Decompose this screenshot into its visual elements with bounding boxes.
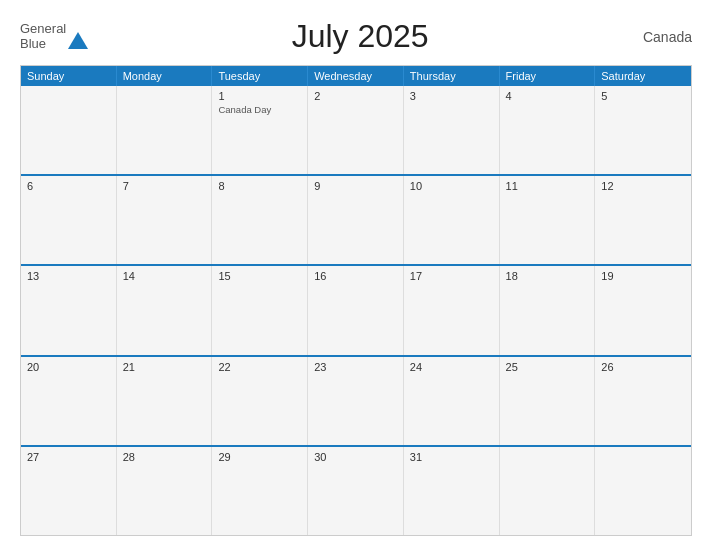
day-cell [117, 86, 213, 174]
day-number: 24 [410, 361, 493, 373]
week-row-3: 13141516171819 [21, 264, 691, 354]
week-row-5: 2728293031 [21, 445, 691, 535]
day-number: 25 [506, 361, 589, 373]
day-cell: 16 [308, 266, 404, 354]
day-number: 21 [123, 361, 206, 373]
day-cell: 26 [595, 357, 691, 445]
day-number: 15 [218, 270, 301, 282]
day-headers: SundayMondayTuesdayWednesdayThursdayFrid… [21, 66, 691, 86]
day-header-friday: Friday [500, 66, 596, 86]
day-cell: 31 [404, 447, 500, 535]
day-cell: 11 [500, 176, 596, 264]
day-number: 9 [314, 180, 397, 192]
logo: General Blue [20, 22, 88, 51]
day-cell [595, 447, 691, 535]
day-cell: 12 [595, 176, 691, 264]
day-cell: 5 [595, 86, 691, 174]
logo-general: General [20, 22, 66, 36]
day-cell: 30 [308, 447, 404, 535]
day-number: 28 [123, 451, 206, 463]
day-header-thursday: Thursday [404, 66, 500, 86]
day-cell: 1Canada Day [212, 86, 308, 174]
day-header-wednesday: Wednesday [308, 66, 404, 86]
day-number: 13 [27, 270, 110, 282]
day-number: 1 [218, 90, 301, 102]
day-cell: 15 [212, 266, 308, 354]
day-cell: 23 [308, 357, 404, 445]
day-cell: 22 [212, 357, 308, 445]
day-header-tuesday: Tuesday [212, 66, 308, 86]
day-header-saturday: Saturday [595, 66, 691, 86]
day-number: 29 [218, 451, 301, 463]
day-cell: 14 [117, 266, 213, 354]
week-row-4: 20212223242526 [21, 355, 691, 445]
day-cell [21, 86, 117, 174]
logo-words: General Blue [20, 22, 66, 51]
page: General Blue July 2025 Canada SundayMond… [0, 0, 712, 550]
day-cell: 4 [500, 86, 596, 174]
day-cell: 6 [21, 176, 117, 264]
day-cell: 19 [595, 266, 691, 354]
day-number: 31 [410, 451, 493, 463]
day-number: 16 [314, 270, 397, 282]
day-number: 26 [601, 361, 685, 373]
day-number: 3 [410, 90, 493, 102]
day-number: 23 [314, 361, 397, 373]
day-number: 17 [410, 270, 493, 282]
day-number: 7 [123, 180, 206, 192]
day-cell: 3 [404, 86, 500, 174]
day-number: 10 [410, 180, 493, 192]
holiday-label: Canada Day [218, 104, 301, 115]
day-number: 27 [27, 451, 110, 463]
day-number: 11 [506, 180, 589, 192]
day-cell: 29 [212, 447, 308, 535]
day-cell: 2 [308, 86, 404, 174]
country-label: Canada [632, 29, 692, 45]
day-number: 4 [506, 90, 589, 102]
day-number: 14 [123, 270, 206, 282]
day-header-monday: Monday [117, 66, 213, 86]
day-number: 12 [601, 180, 685, 192]
day-number: 19 [601, 270, 685, 282]
day-cell: 24 [404, 357, 500, 445]
day-number: 30 [314, 451, 397, 463]
day-cell: 8 [212, 176, 308, 264]
logo-blue: Blue [20, 37, 66, 51]
day-number: 5 [601, 90, 685, 102]
week-row-1: 1Canada Day2345 [21, 86, 691, 174]
month-title: July 2025 [88, 18, 632, 55]
day-cell: 25 [500, 357, 596, 445]
day-number: 8 [218, 180, 301, 192]
logo-triangle-icon [68, 32, 88, 49]
day-number: 22 [218, 361, 301, 373]
day-number: 18 [506, 270, 589, 282]
calendar: SundayMondayTuesdayWednesdayThursdayFrid… [20, 65, 692, 536]
week-row-2: 6789101112 [21, 174, 691, 264]
day-number: 20 [27, 361, 110, 373]
day-cell: 27 [21, 447, 117, 535]
day-cell: 17 [404, 266, 500, 354]
day-cell: 28 [117, 447, 213, 535]
day-number: 2 [314, 90, 397, 102]
day-cell: 18 [500, 266, 596, 354]
day-cell: 7 [117, 176, 213, 264]
header: General Blue July 2025 Canada [20, 18, 692, 55]
day-number: 6 [27, 180, 110, 192]
day-cell: 20 [21, 357, 117, 445]
day-cell [500, 447, 596, 535]
day-cell: 10 [404, 176, 500, 264]
day-cell: 21 [117, 357, 213, 445]
weeks: 1Canada Day23456789101112131415161718192… [21, 86, 691, 535]
day-cell: 13 [21, 266, 117, 354]
day-header-sunday: Sunday [21, 66, 117, 86]
day-cell: 9 [308, 176, 404, 264]
